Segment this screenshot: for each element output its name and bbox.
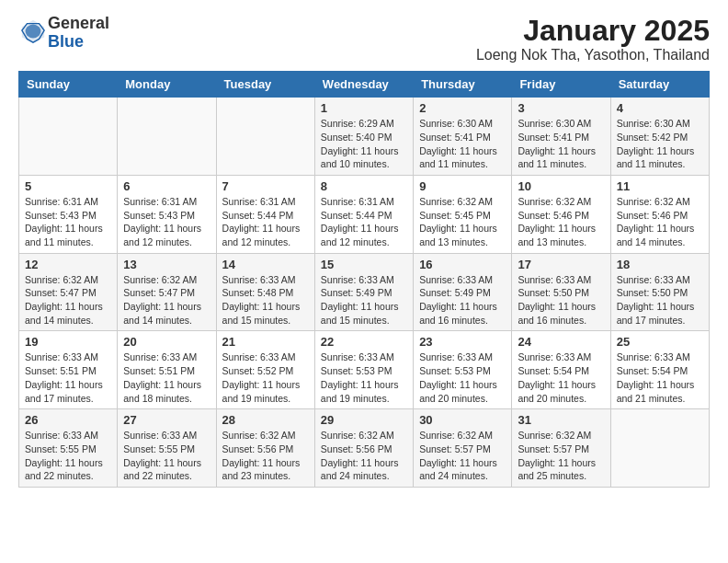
- day-number: 17: [518, 258, 604, 271]
- calendar-cell: [610, 409, 709, 488]
- day-info: Sunrise: 6:33 AM Sunset: 5:54 PM Dayligh…: [617, 350, 703, 405]
- day-info: Sunrise: 6:31 AM Sunset: 5:44 PM Dayligh…: [321, 195, 407, 249]
- day-number: 21: [222, 335, 309, 349]
- day-info: Sunrise: 6:32 AM Sunset: 5:46 PM Dayligh…: [617, 195, 703, 249]
- logo-general-text: General: [48, 14, 109, 32]
- day-info: Sunrise: 6:33 AM Sunset: 5:52 PM Dayligh…: [222, 350, 309, 405]
- day-number: 29: [321, 413, 407, 427]
- weekday-header-thursday: Thursday: [414, 72, 512, 98]
- day-number: 19: [25, 335, 111, 349]
- weekday-header-sunday: Sunday: [19, 72, 118, 98]
- day-number: 16: [419, 258, 506, 271]
- calendar-cell: [118, 98, 216, 176]
- calendar-cell: 1Sunrise: 6:29 AM Sunset: 5:40 PM Daylig…: [314, 98, 413, 176]
- day-number: 24: [518, 335, 604, 349]
- calendar-cell: 5Sunrise: 6:31 AM Sunset: 5:43 PM Daylig…: [19, 175, 118, 253]
- day-number: 27: [123, 413, 210, 427]
- day-info: Sunrise: 6:33 AM Sunset: 5:55 PM Dayligh…: [123, 429, 210, 483]
- weekday-header-tuesday: Tuesday: [216, 72, 314, 98]
- day-number: 8: [321, 179, 407, 193]
- calendar-week-1: 1Sunrise: 6:29 AM Sunset: 5:40 PM Daylig…: [19, 98, 710, 176]
- calendar-cell: 7Sunrise: 6:31 AM Sunset: 5:44 PM Daylig…: [216, 175, 314, 253]
- day-info: Sunrise: 6:31 AM Sunset: 5:44 PM Dayligh…: [222, 195, 309, 249]
- day-number: 6: [123, 179, 210, 193]
- calendar-cell: 10Sunrise: 6:32 AM Sunset: 5:46 PM Dayli…: [512, 175, 610, 253]
- day-info: Sunrise: 6:30 AM Sunset: 5:42 PM Dayligh…: [617, 117, 703, 171]
- calendar-cell: 9Sunrise: 6:32 AM Sunset: 5:45 PM Daylig…: [414, 175, 512, 253]
- day-info: Sunrise: 6:32 AM Sunset: 5:47 PM Dayligh…: [25, 273, 111, 327]
- page-header: General Blue January 2025 Loeng Nok Tha,…: [18, 15, 710, 63]
- weekday-header-saturday: Saturday: [610, 72, 709, 98]
- logo-blue-text: Blue: [48, 32, 84, 51]
- calendar-cell: 31Sunrise: 6:32 AM Sunset: 5:57 PM Dayli…: [512, 409, 610, 488]
- day-info: Sunrise: 6:33 AM Sunset: 5:50 PM Dayligh…: [518, 273, 604, 327]
- weekday-header-friday: Friday: [512, 72, 610, 98]
- calendar-cell: 8Sunrise: 6:31 AM Sunset: 5:44 PM Daylig…: [314, 175, 413, 253]
- calendar-cell: 23Sunrise: 6:33 AM Sunset: 5:53 PM Dayli…: [414, 331, 512, 409]
- day-info: Sunrise: 6:31 AM Sunset: 5:43 PM Dayligh…: [123, 195, 210, 249]
- calendar-cell: 15Sunrise: 6:33 AM Sunset: 5:49 PM Dayli…: [314, 253, 413, 331]
- calendar-cell: 19Sunrise: 6:33 AM Sunset: 5:51 PM Dayli…: [19, 331, 118, 409]
- calendar-cell: 12Sunrise: 6:32 AM Sunset: 5:47 PM Dayli…: [19, 253, 118, 331]
- calendar-cell: 14Sunrise: 6:33 AM Sunset: 5:48 PM Dayli…: [216, 253, 314, 331]
- day-number: 23: [419, 335, 506, 349]
- day-number: 13: [123, 258, 210, 271]
- calendar-cell: 18Sunrise: 6:33 AM Sunset: 5:50 PM Dayli…: [610, 253, 709, 331]
- day-info: Sunrise: 6:33 AM Sunset: 5:53 PM Dayligh…: [321, 350, 407, 405]
- day-number: 26: [25, 413, 111, 427]
- day-number: 22: [321, 335, 407, 349]
- day-number: 3: [518, 101, 604, 115]
- calendar-cell: 11Sunrise: 6:32 AM Sunset: 5:46 PM Dayli…: [610, 175, 709, 253]
- weekday-header-wednesday: Wednesday: [314, 72, 413, 98]
- day-number: 7: [222, 179, 309, 193]
- calendar-cell: 3Sunrise: 6:30 AM Sunset: 5:41 PM Daylig…: [512, 98, 610, 176]
- logo: General Blue: [18, 15, 109, 52]
- day-info: Sunrise: 6:33 AM Sunset: 5:54 PM Dayligh…: [518, 350, 604, 405]
- calendar-title: January 2025: [476, 15, 710, 47]
- day-number: 12: [25, 258, 111, 271]
- calendar-cell: 6Sunrise: 6:31 AM Sunset: 5:43 PM Daylig…: [118, 175, 216, 253]
- day-number: 11: [617, 179, 703, 193]
- day-info: Sunrise: 6:32 AM Sunset: 5:57 PM Dayligh…: [518, 429, 604, 483]
- day-info: Sunrise: 6:29 AM Sunset: 5:40 PM Dayligh…: [321, 117, 407, 171]
- day-number: 2: [419, 101, 506, 115]
- calendar-cell: 30Sunrise: 6:32 AM Sunset: 5:57 PM Dayli…: [414, 409, 512, 488]
- day-number: 18: [617, 258, 703, 271]
- calendar-table: SundayMondayTuesdayWednesdayThursdayFrid…: [18, 71, 710, 488]
- calendar-week-3: 12Sunrise: 6:32 AM Sunset: 5:47 PM Dayli…: [19, 253, 710, 331]
- calendar-week-4: 19Sunrise: 6:33 AM Sunset: 5:51 PM Dayli…: [19, 331, 710, 409]
- day-info: Sunrise: 6:33 AM Sunset: 5:49 PM Dayligh…: [419, 273, 506, 327]
- day-number: 20: [123, 335, 210, 349]
- logo-icon: [20, 18, 46, 44]
- calendar-cell: 24Sunrise: 6:33 AM Sunset: 5:54 PM Dayli…: [512, 331, 610, 409]
- calendar-cell: 22Sunrise: 6:33 AM Sunset: 5:53 PM Dayli…: [314, 331, 413, 409]
- calendar-cell: 21Sunrise: 6:33 AM Sunset: 5:52 PM Dayli…: [216, 331, 314, 409]
- calendar-cell: [19, 98, 118, 176]
- calendar-cell: 29Sunrise: 6:32 AM Sunset: 5:56 PM Dayli…: [314, 409, 413, 488]
- day-number: 4: [617, 101, 703, 115]
- day-info: Sunrise: 6:32 AM Sunset: 5:46 PM Dayligh…: [518, 195, 604, 249]
- weekday-header-row: SundayMondayTuesdayWednesdayThursdayFrid…: [19, 72, 710, 98]
- day-info: Sunrise: 6:33 AM Sunset: 5:51 PM Dayligh…: [123, 350, 210, 405]
- day-number: 31: [518, 413, 604, 427]
- day-number: 30: [419, 413, 506, 427]
- day-info: Sunrise: 6:33 AM Sunset: 5:55 PM Dayligh…: [25, 429, 111, 483]
- calendar-cell: [216, 98, 314, 176]
- day-info: Sunrise: 6:32 AM Sunset: 5:56 PM Dayligh…: [321, 429, 407, 483]
- calendar-week-2: 5Sunrise: 6:31 AM Sunset: 5:43 PM Daylig…: [19, 175, 710, 253]
- calendar-cell: 25Sunrise: 6:33 AM Sunset: 5:54 PM Dayli…: [610, 331, 709, 409]
- day-number: 1: [321, 101, 407, 115]
- day-info: Sunrise: 6:33 AM Sunset: 5:48 PM Dayligh…: [222, 273, 309, 327]
- title-block: January 2025 Loeng Nok Tha, Yasothon, Th…: [476, 15, 710, 63]
- day-info: Sunrise: 6:33 AM Sunset: 5:53 PM Dayligh…: [419, 350, 506, 405]
- calendar-cell: 26Sunrise: 6:33 AM Sunset: 5:55 PM Dayli…: [19, 409, 118, 488]
- weekday-header-monday: Monday: [118, 72, 216, 98]
- day-info: Sunrise: 6:32 AM Sunset: 5:45 PM Dayligh…: [419, 195, 506, 249]
- day-number: 28: [222, 413, 309, 427]
- day-info: Sunrise: 6:32 AM Sunset: 5:56 PM Dayligh…: [222, 429, 309, 483]
- calendar-cell: 17Sunrise: 6:33 AM Sunset: 5:50 PM Dayli…: [512, 253, 610, 331]
- day-info: Sunrise: 6:30 AM Sunset: 5:41 PM Dayligh…: [518, 117, 604, 171]
- day-info: Sunrise: 6:31 AM Sunset: 5:43 PM Dayligh…: [25, 195, 111, 249]
- day-number: 15: [321, 258, 407, 271]
- day-info: Sunrise: 6:32 AM Sunset: 5:47 PM Dayligh…: [123, 273, 210, 327]
